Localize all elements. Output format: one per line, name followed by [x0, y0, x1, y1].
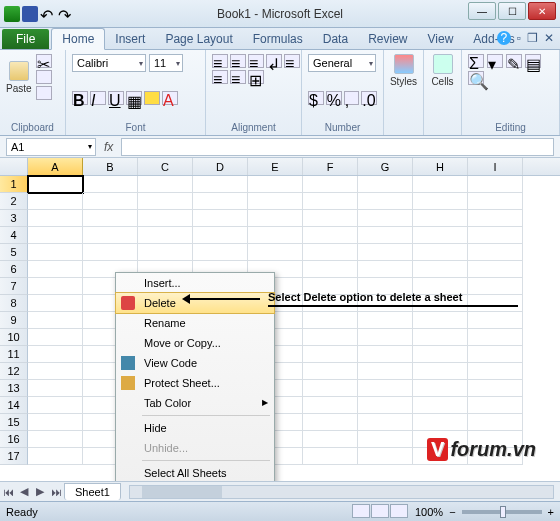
tab-insert[interactable]: Insert [105, 29, 155, 49]
ctx-move-copy[interactable]: Move or Copy... [116, 333, 274, 353]
formula-input[interactable] [121, 138, 554, 156]
cell[interactable] [248, 176, 303, 193]
cell[interactable] [138, 244, 193, 261]
redo-icon[interactable]: ↷ [58, 6, 74, 22]
ctx-tab-color[interactable]: Tab Color▶ [116, 393, 274, 413]
cell[interactable] [303, 227, 358, 244]
cell[interactable] [83, 244, 138, 261]
cell[interactable] [468, 414, 523, 431]
fx-label[interactable]: fx [104, 140, 113, 154]
cell[interactable] [468, 176, 523, 193]
cell[interactable] [303, 448, 358, 465]
cell[interactable] [83, 176, 138, 193]
col-header[interactable]: A [28, 158, 83, 175]
cell[interactable] [83, 210, 138, 227]
cell[interactable] [28, 295, 83, 312]
row-header[interactable]: 3 [0, 210, 28, 227]
comma-icon[interactable]: , [344, 91, 360, 105]
cell[interactable] [358, 448, 413, 465]
cell[interactable] [468, 329, 523, 346]
cell[interactable] [413, 414, 468, 431]
cell[interactable] [468, 312, 523, 329]
file-tab[interactable]: File [2, 29, 49, 49]
col-header[interactable]: F [303, 158, 358, 175]
row-header[interactable]: 13 [0, 380, 28, 397]
fill-color-icon[interactable] [144, 91, 160, 105]
cell[interactable] [28, 193, 83, 210]
cell[interactable] [303, 261, 358, 278]
cell[interactable] [468, 346, 523, 363]
cell[interactable] [413, 176, 468, 193]
increase-decimal-icon[interactable]: .0 [361, 91, 377, 105]
cell[interactable] [358, 193, 413, 210]
row-header[interactable]: 4 [0, 227, 28, 244]
tab-view[interactable]: View [418, 29, 464, 49]
ctx-protect-sheet[interactable]: Protect Sheet... [116, 373, 274, 393]
cell[interactable] [28, 176, 83, 193]
cell[interactable] [138, 227, 193, 244]
zoom-level[interactable]: 100% [415, 506, 443, 518]
fill-icon[interactable]: ▾ [487, 54, 503, 68]
cell[interactable] [248, 210, 303, 227]
cell[interactable] [468, 380, 523, 397]
italic-icon[interactable]: I [90, 91, 106, 105]
font-color-icon[interactable]: A [162, 91, 178, 105]
col-header[interactable]: H [413, 158, 468, 175]
sort-filter-icon[interactable]: ▤ [525, 54, 541, 68]
cell[interactable] [28, 431, 83, 448]
cell[interactable] [303, 329, 358, 346]
cell[interactable] [28, 414, 83, 431]
cell[interactable] [358, 346, 413, 363]
zoom-in-icon[interactable]: + [548, 506, 554, 518]
cell[interactable] [83, 227, 138, 244]
cell[interactable] [358, 176, 413, 193]
cell[interactable] [413, 363, 468, 380]
currency-icon[interactable]: $ [308, 91, 324, 105]
align-bottom-icon[interactable]: ≡ [248, 54, 264, 68]
restore-window-icon[interactable]: ❐ [527, 31, 538, 45]
cell[interactable] [28, 244, 83, 261]
sheet-tab[interactable]: Sheet1 [64, 483, 121, 500]
cell[interactable] [468, 227, 523, 244]
cell[interactable] [303, 363, 358, 380]
cell[interactable] [303, 346, 358, 363]
horizontal-scrollbar[interactable] [129, 485, 554, 499]
cells-button[interactable]: Cells [430, 54, 455, 87]
cell[interactable] [413, 312, 468, 329]
cell[interactable] [28, 397, 83, 414]
cell[interactable] [28, 227, 83, 244]
align-left-icon[interactable]: ≡ [284, 54, 300, 68]
ctx-rename[interactable]: Rename [116, 313, 274, 333]
row-header[interactable]: 7 [0, 278, 28, 295]
cell[interactable] [413, 244, 468, 261]
name-box[interactable]: A1 [6, 138, 96, 156]
col-header[interactable]: B [83, 158, 138, 175]
cell[interactable] [468, 363, 523, 380]
cell[interactable] [248, 227, 303, 244]
merge-icon[interactable]: ⊞ [248, 70, 264, 84]
styles-button[interactable]: Styles [390, 54, 417, 87]
cell[interactable] [413, 397, 468, 414]
cell[interactable] [193, 244, 248, 261]
font-family-select[interactable]: Calibri [72, 54, 146, 72]
row-header[interactable]: 2 [0, 193, 28, 210]
row-header[interactable]: 6 [0, 261, 28, 278]
col-header[interactable]: I [468, 158, 523, 175]
cell[interactable] [83, 193, 138, 210]
percent-icon[interactable]: % [326, 91, 342, 105]
tab-page-layout[interactable]: Page Layout [155, 29, 242, 49]
format-painter-icon[interactable] [36, 86, 52, 100]
col-header[interactable]: E [248, 158, 303, 175]
cell[interactable] [28, 210, 83, 227]
select-all-corner[interactable] [0, 158, 28, 175]
row-header[interactable]: 9 [0, 312, 28, 329]
cell[interactable] [193, 193, 248, 210]
cell[interactable] [468, 278, 523, 295]
cell[interactable] [138, 210, 193, 227]
cell[interactable] [358, 431, 413, 448]
border-icon[interactable]: ▦ [126, 91, 142, 105]
cell[interactable] [413, 210, 468, 227]
paste-button[interactable]: Paste [6, 61, 32, 94]
align-top-icon[interactable]: ≡ [212, 54, 228, 68]
clear-icon[interactable]: ✎ [506, 54, 522, 68]
